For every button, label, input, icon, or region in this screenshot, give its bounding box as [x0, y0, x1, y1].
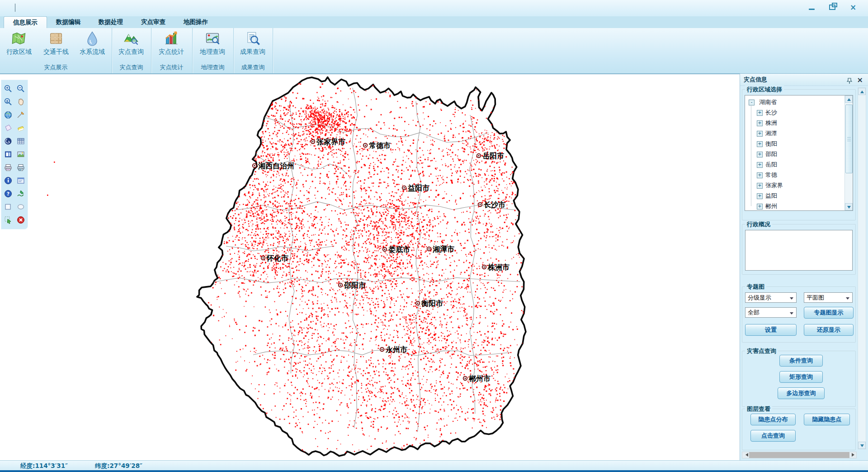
- tree-scroll-down[interactable]: [845, 203, 853, 210]
- hide-hazard-button[interactable]: 隐藏隐患点: [804, 414, 850, 425]
- region-select-label: 行政区域选择: [745, 86, 784, 94]
- close-button[interactable]: ×: [847, 2, 859, 12]
- svg-text:娄底市: 娄底市: [388, 245, 410, 254]
- tool-zoom-window[interactable]: [3, 96, 14, 107]
- ribbon-button-label: 行政区域: [1, 48, 37, 56]
- tree-scroll-thumb[interactable]: [845, 105, 853, 173]
- settings-button[interactable]: 设置: [745, 324, 797, 336]
- expand-icon[interactable]: +: [757, 162, 763, 168]
- svg-text:郴州市: 郴州市: [468, 374, 491, 383]
- hazard-distribution-button[interactable]: 隐患点分布: [750, 414, 796, 425]
- plane-map-select[interactable]: 平面图: [804, 292, 853, 303]
- tool-pan[interactable]: [16, 96, 26, 107]
- tree-node-yueyang[interactable]: +岳阳: [757, 160, 844, 170]
- tree-node-zhangjiajie[interactable]: +张家界: [757, 181, 844, 191]
- expand-icon[interactable]: +: [757, 204, 763, 210]
- expand-icon[interactable]: +: [757, 183, 763, 189]
- collapse-icon[interactable]: -: [749, 100, 755, 105]
- overview-textarea[interactable]: [745, 230, 853, 271]
- tool-draw-line[interactable]: [16, 110, 26, 120]
- panel-vscrollbar[interactable]: [858, 87, 866, 449]
- minimize-button[interactable]: [806, 2, 817, 12]
- grade-display-select[interactable]: 分级显示: [745, 292, 797, 303]
- map-canvas[interactable]: 张家界市常德市岳阳市湘西自治州益阳市长沙市娄底市湘潭市株洲市怀化市邵阳市衡阳市永…: [0, 74, 740, 461]
- condition-query-button[interactable]: 条件查询: [779, 355, 823, 367]
- point-stats-button[interactable]: 灾点统计: [153, 29, 189, 56]
- expand-icon[interactable]: +: [757, 131, 763, 137]
- ribbon-group-label: 灾点统计: [151, 63, 192, 72]
- tool-zoom-in[interactable]: [3, 83, 14, 94]
- tool-eraser[interactable]: [16, 123, 26, 133]
- identify-info-icon: [4, 176, 13, 185]
- tree-node-yiyang[interactable]: +益阳: [757, 191, 844, 201]
- vscroll-up-arrow[interactable]: [858, 88, 866, 95]
- geo-query-button[interactable]: 地理查询: [194, 29, 231, 56]
- tab-point-review[interactable]: 灾点审查: [132, 16, 175, 28]
- tree-node-hengyang[interactable]: +衡阳: [757, 139, 844, 149]
- tool-pointer-select[interactable]: [3, 215, 14, 225]
- point-query-button[interactable]: 灾点查询: [113, 29, 149, 56]
- tree-node-changde[interactable]: +常德: [757, 170, 844, 180]
- tool-help[interactable]: ?: [3, 188, 14, 199]
- hunan-province-map[interactable]: 张家界市常德市岳阳市湘西自治州益阳市长沙市娄底市湘潭市株洲市怀化市邵阳市衡阳市永…: [0, 74, 740, 461]
- all-filter-select[interactable]: 全部: [745, 307, 797, 318]
- expand-icon[interactable]: +: [757, 120, 763, 126]
- tree-node-xiangtan[interactable]: +湘潭: [757, 129, 844, 138]
- tree-node-shaoyang[interactable]: +邵阳: [757, 149, 844, 159]
- tool-ellipse-select[interactable]: [16, 201, 26, 212]
- tree-node-chenzhou[interactable]: +郴州: [757, 201, 844, 211]
- hscroll-left-arrow[interactable]: [742, 452, 749, 458]
- tool-print[interactable]: [3, 162, 14, 172]
- expand-icon[interactable]: +: [757, 110, 763, 116]
- pin-button[interactable]: [847, 76, 852, 88]
- selected-value: 平面图: [807, 294, 824, 301]
- tool-globe[interactable]: [3, 110, 14, 120]
- hscroll-thumb[interactable]: [749, 452, 849, 458]
- tool-spiral[interactable]: [3, 136, 14, 146]
- water-system-button[interactable]: 水系流域: [74, 29, 110, 56]
- panel-close-button[interactable]: ×: [857, 74, 863, 86]
- globe-icon: [4, 110, 13, 119]
- result-query-button[interactable]: 成果查询: [235, 29, 271, 56]
- tool-layout-view[interactable]: [3, 149, 14, 159]
- tree-node-hunan[interactable]: - 湖南省: [749, 97, 844, 107]
- rectangle-select-icon: [4, 202, 13, 211]
- restore-display-button[interactable]: 还原显示: [804, 324, 854, 336]
- polygon-query-button[interactable]: 多边形查询: [778, 387, 825, 399]
- tab-map-operate[interactable]: 地图操作: [175, 16, 217, 28]
- tool-identify[interactable]: [3, 175, 14, 186]
- expand-icon[interactable]: +: [757, 152, 763, 157]
- tool-rectangle-select[interactable]: [3, 201, 14, 212]
- vscroll-down-arrow[interactable]: [858, 442, 866, 449]
- tree-node-zhuzhou[interactable]: +株洲: [757, 118, 844, 128]
- tool-print-preview[interactable]: [16, 162, 26, 172]
- hscroll-right-arrow[interactable]: [850, 452, 856, 458]
- expand-icon[interactable]: +: [757, 141, 763, 147]
- region-tree[interactable]: - 湖南省 +长沙 +株洲 +湘潭 +衡阳 +邵阳 +岳阳 +常德 +张家界 +…: [745, 95, 853, 211]
- tool-attribute-table[interactable]: [16, 136, 26, 146]
- admin-region-button[interactable]: 行政区域: [1, 29, 37, 56]
- expand-icon[interactable]: +: [757, 193, 763, 199]
- tool-image-view[interactable]: [16, 149, 26, 159]
- tab-data-edit[interactable]: 数据编辑: [47, 16, 90, 28]
- restore-button[interactable]: [826, 2, 838, 12]
- panel-hscrollbar[interactable]: [742, 452, 857, 458]
- selected-value: 分级显示: [748, 294, 771, 301]
- tool-panel-window[interactable]: [16, 175, 26, 186]
- tool-sketch-pen[interactable]: [16, 188, 26, 199]
- expand-icon[interactable]: +: [757, 172, 763, 178]
- traffic-line-button[interactable]: 交通干线: [38, 29, 74, 56]
- tree-scrollbar[interactable]: [844, 95, 853, 210]
- tab-info-display[interactable]: 信息展示: [4, 16, 47, 28]
- rect-query-button[interactable]: 矩形查询: [779, 371, 823, 383]
- tool-polygon[interactable]: [3, 123, 14, 133]
- tab-data-process[interactable]: 数据处理: [90, 16, 132, 28]
- click-query-button[interactable]: 点击查询: [750, 430, 796, 442]
- tool-remove[interactable]: [16, 215, 26, 225]
- tool-zoom-out[interactable]: [16, 83, 26, 94]
- thematic-show-button[interactable]: 专题图显示: [804, 307, 854, 319]
- ribbon-group-point-query: 灾点查询 灾点查询: [112, 28, 151, 73]
- ribbon-button-label: 水系流域: [74, 48, 110, 56]
- tree-node-changsha[interactable]: +长沙: [757, 108, 844, 118]
- tree-scroll-up[interactable]: [845, 95, 853, 103]
